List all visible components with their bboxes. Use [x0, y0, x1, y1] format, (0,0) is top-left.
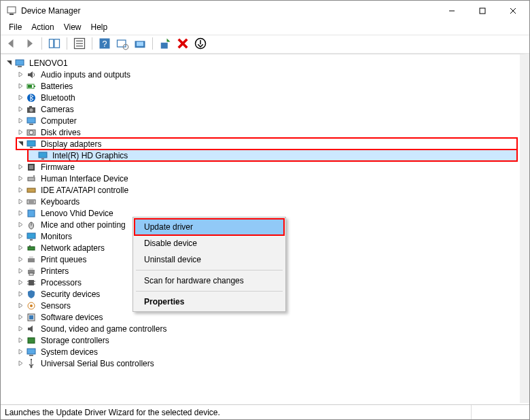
chevron-right-icon[interactable] — [16, 360, 24, 368]
tree-item[interactable]: Human Interface Device — [16, 173, 517, 184]
status-text: Launches the Update Driver Wizard for th… — [5, 408, 220, 417]
chevron-right-icon[interactable] — [16, 71, 24, 79]
printqueue-icon — [26, 254, 37, 265]
chevron-right-icon[interactable] — [16, 221, 24, 229]
show-hide-console-icon[interactable] — [48, 37, 61, 50]
chevron-right-icon[interactable] — [16, 94, 24, 102]
update-driver-icon[interactable] — [133, 37, 147, 50]
ctx-properties[interactable]: Properties — [135, 294, 284, 310]
mouse-icon — [26, 220, 37, 230]
tree-item[interactable]: System devices — [16, 346, 517, 357]
tree-item[interactable]: Storage controllers — [16, 334, 517, 346]
tree-item[interactable]: Sound, video and game controllers — [16, 323, 517, 334]
chevron-right-icon[interactable] — [16, 325, 24, 333]
svg-rect-17 — [137, 42, 143, 46]
uninstall-device-icon[interactable] — [176, 37, 190, 50]
tree-item[interactable]: Disk drives — [16, 126, 517, 138]
chevron-right-icon[interactable] — [16, 336, 24, 345]
chevron-right-icon[interactable] — [16, 163, 24, 171]
svg-rect-54 — [28, 258, 35, 262]
enable-device-icon[interactable] — [158, 37, 172, 50]
properties-icon[interactable] — [73, 37, 86, 50]
device-tree[interactable]: LENOVO1Audio inputs and outputsBatteries… — [1, 54, 529, 403]
printer-icon — [26, 266, 37, 277]
menu-view[interactable]: View — [64, 22, 82, 32]
battery-icon — [26, 81, 37, 92]
menu-action[interactable]: Action — [31, 22, 54, 32]
title-bar: Device Manager — [1, 1, 529, 21]
chevron-right-icon[interactable] — [16, 105, 24, 113]
menu-help[interactable]: Help — [91, 22, 108, 32]
chevron-right-icon[interactable] — [16, 267, 24, 275]
chevron-right-icon[interactable] — [16, 82, 24, 90]
svg-rect-57 — [29, 268, 33, 270]
disable-device-icon[interactable] — [194, 37, 207, 50]
tree-item[interactable]: Batteries — [16, 80, 517, 92]
menu-file[interactable]: File — [9, 22, 22, 32]
tree-item[interactable]: Keyboards — [16, 196, 517, 207]
tree-item-label: Software devices — [39, 313, 104, 322]
tree-item-label: Storage controllers — [39, 336, 111, 345]
svg-rect-0 — [7, 7, 16, 13]
system-icon — [26, 347, 37, 357]
chevron-right-icon[interactable] — [16, 279, 24, 287]
tree-item[interactable]: Computer — [16, 115, 517, 126]
camera-icon — [26, 104, 37, 115]
display-icon — [26, 139, 37, 150]
ctx-disable-device-label: Disable device — [144, 239, 197, 248]
svg-rect-32 — [29, 124, 33, 125]
sensor-icon — [26, 300, 37, 311]
chevron-right-icon[interactable] — [16, 186, 24, 194]
tree-item[interactable]: Bluetooth — [16, 92, 517, 103]
tree-root-row[interactable]: LENOVO1 — [5, 57, 517, 69]
help-icon[interactable]: ? — [98, 37, 111, 50]
svg-rect-25 — [34, 86, 35, 87]
tree-item[interactable]: Display adapters — [16, 138, 517, 150]
chevron-right-icon[interactable] — [16, 128, 24, 137]
close-button[interactable] — [497, 1, 528, 21]
app-icon — [6, 5, 17, 16]
ctx-disable-device[interactable]: Disable device — [135, 235, 284, 251]
back-button[interactable] — [5, 37, 18, 50]
sound-icon — [26, 323, 37, 334]
ctx-separator — [136, 270, 283, 270]
window-title: Device Manager — [21, 6, 436, 16]
ctx-scan-hardware[interactable]: Scan for hardware changes — [135, 273, 284, 289]
chevron-right-icon[interactable] — [16, 175, 24, 183]
ctx-update-driver[interactable]: Update driver — [135, 219, 284, 235]
chevron-right-icon[interactable] — [16, 348, 24, 356]
chevron-down-icon[interactable] — [5, 59, 13, 67]
status-bar: Launches the Update Driver Wizard for th… — [1, 404, 529, 419]
chevron-right-icon[interactable] — [16, 209, 24, 217]
tree-item[interactable]: IDE ATA/ATAPI controlle — [16, 184, 517, 196]
chevron-right-icon[interactable] — [16, 232, 24, 241]
svg-rect-14 — [118, 40, 126, 47]
tree-item[interactable]: Cameras — [16, 103, 517, 115]
svg-rect-69 — [27, 349, 35, 354]
chevron-right-icon[interactable] — [16, 244, 24, 252]
forward-button[interactable] — [22, 37, 36, 50]
svg-rect-53 — [29, 245, 31, 247]
minimize-button[interactable] — [436, 1, 467, 21]
tree-item[interactable]: Firmware — [16, 161, 517, 173]
tree-item[interactable]: Universal Serial Bus controllers — [16, 357, 517, 369]
tree-item[interactable]: Audio inputs and outputs — [16, 69, 517, 80]
chevron-right-icon[interactable] — [16, 302, 24, 310]
svg-rect-26 — [28, 85, 32, 88]
tree-child-item[interactable]: Intel(R) HD Graphics — [28, 150, 517, 161]
chevron-right-icon[interactable] — [16, 256, 24, 264]
chevron-right-icon[interactable] — [16, 313, 24, 321]
maximize-button[interactable] — [467, 1, 497, 21]
ctx-uninstall-device[interactable]: Uninstall device — [135, 251, 284, 268]
chevron-down-icon[interactable] — [16, 140, 24, 148]
svg-rect-7 — [54, 39, 60, 48]
tree-item-label: Mice and other pointing — [39, 220, 127, 230]
scan-hardware-icon[interactable] — [116, 37, 129, 50]
chevron-right-icon[interactable] — [16, 117, 24, 125]
chevron-right-icon[interactable] — [16, 290, 24, 298]
lenovo-icon — [26, 208, 37, 219]
chevron-right-icon[interactable] — [16, 198, 24, 206]
ctx-properties-label: Properties — [144, 297, 184, 307]
tree-item[interactable]: Software devices — [16, 311, 517, 323]
svg-rect-68 — [28, 338, 35, 343]
